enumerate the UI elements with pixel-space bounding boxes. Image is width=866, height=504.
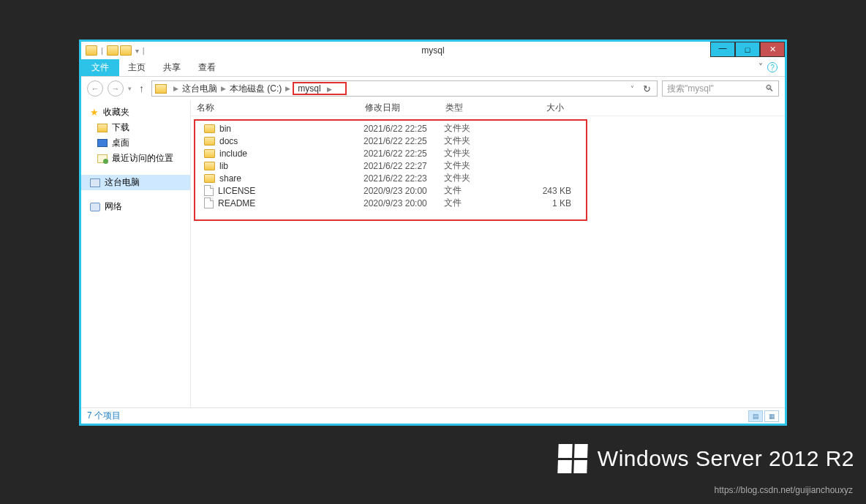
file-type: 文件夹 xyxy=(444,159,510,172)
file-size: 243 KB xyxy=(510,186,571,196)
folder-icon xyxy=(204,174,215,183)
folder-icon xyxy=(204,149,215,158)
sidebar-recent[interactable]: 最近访问的位置 xyxy=(81,151,190,166)
chevron-right-icon: ▶ xyxy=(217,85,230,92)
chevron-right-icon: ▶ xyxy=(323,86,332,93)
file-date: 2021/6/22 22:25 xyxy=(364,124,444,134)
file-row[interactable]: LICENSE2020/9/23 20:00文件243 KB xyxy=(195,184,586,197)
navigation-pane: ★ 收藏夹 下载 桌面 最近访问的位置 xyxy=(81,100,191,407)
col-name[interactable]: 名称 xyxy=(191,102,359,114)
file-row[interactable]: lib2021/6/22 22:27文件夹 xyxy=(195,159,586,172)
file-name: bin xyxy=(219,124,231,134)
os-name: Windows Server 2012 R2 xyxy=(598,446,854,471)
file-explorer-window: | ▾ | mysql — □ ✕ 文件 主页 共享 查看 ˅ ? ← → ▾ … xyxy=(79,40,787,426)
file-row[interactable]: include2021/6/22 22:25文件夹 xyxy=(195,147,586,159)
col-type[interactable]: 类型 xyxy=(440,102,505,114)
watermark: https://blog.csdn.net/guijianchouxyz xyxy=(715,485,853,495)
file-type: 文件 xyxy=(444,197,510,209)
breadcrumb-item[interactable]: 本地磁盘 (C:) xyxy=(230,83,282,95)
maximize-button[interactable]: □ xyxy=(735,42,760,57)
folder-icon xyxy=(204,162,215,170)
item-count: 7 个项目 xyxy=(87,410,121,422)
sidebar-desktop[interactable]: 桌面 xyxy=(81,135,190,151)
up-button[interactable]: ↑ xyxy=(136,83,147,94)
network-icon xyxy=(90,203,100,211)
file-tab[interactable]: 文件 xyxy=(81,59,119,76)
column-headers: 名称 修改日期 类型 大小 xyxy=(191,100,785,116)
search-input[interactable]: 搜索"mysql" 🔍︎ xyxy=(662,80,779,97)
sidebar-favorites[interactable]: ★ 收藏夹 xyxy=(81,105,190,120)
ribbon: 文件 主页 共享 查看 ˅ ? xyxy=(81,59,785,77)
view-switcher: ▤ ▦ xyxy=(748,410,779,422)
col-date[interactable]: 修改日期 xyxy=(359,102,440,114)
file-date: 2021/6/22 22:27 xyxy=(364,161,444,171)
file-date: 2020/9/23 20:00 xyxy=(364,186,444,196)
recent-icon xyxy=(97,154,108,163)
file-name: include xyxy=(219,148,247,159)
file-size: 1 KB xyxy=(510,198,571,208)
ribbon-expand-icon[interactable]: ˅ xyxy=(758,62,763,72)
chevron-right-icon: ▶ xyxy=(170,85,182,92)
file-name: lib xyxy=(219,161,228,171)
windows-logo-icon xyxy=(557,444,587,473)
breadcrumb-item[interactable]: 这台电脑 xyxy=(182,83,217,95)
file-name: docs xyxy=(219,136,238,146)
sidebar-downloads[interactable]: 下载 xyxy=(81,120,190,135)
help-icon[interactable]: ? xyxy=(767,62,777,72)
file-type: 文件夹 xyxy=(444,122,510,135)
search-icon: 🔍︎ xyxy=(765,83,774,94)
file-date: 2020/9/23 20:00 xyxy=(364,198,444,208)
file-list-highlighted: bin2021/6/22 22:25文件夹docs2021/6/22 22:25… xyxy=(194,119,587,221)
window-controls: — □ ✕ xyxy=(710,42,785,57)
folder-icon xyxy=(204,124,215,133)
history-dropdown-icon[interactable]: ▾ xyxy=(128,85,132,92)
search-placeholder: 搜索"mysql" xyxy=(667,83,714,95)
window-title: mysql xyxy=(81,45,785,56)
file-name: share xyxy=(219,173,241,184)
dropdown-icon[interactable]: ˅ xyxy=(625,85,640,93)
sidebar-network[interactable]: 网络 xyxy=(81,199,190,214)
breadcrumb[interactable]: ▶ 这台电脑 ▶ 本地磁盘 (C:) ▶ mysql ▶ ˅ ↻ xyxy=(151,80,658,97)
back-button[interactable]: ← xyxy=(87,80,103,97)
col-size[interactable]: 大小 xyxy=(505,102,571,114)
close-button[interactable]: ✕ xyxy=(760,42,785,57)
file-type: 文件夹 xyxy=(444,147,510,159)
file-date: 2021/6/22 22:25 xyxy=(364,148,444,159)
folder-icon xyxy=(155,84,167,94)
folder-icon xyxy=(97,124,108,132)
desktop-icon xyxy=(97,139,108,147)
file-date: 2021/6/22 22:23 xyxy=(364,173,444,184)
star-icon: ★ xyxy=(90,107,99,118)
file-list-area: 名称 修改日期 类型 大小 bin2021/6/22 22:25文件夹docs2… xyxy=(191,100,785,407)
folder-icon xyxy=(204,137,215,146)
file-type: 文件夹 xyxy=(444,135,510,147)
file-name: README xyxy=(218,198,255,208)
tab-share[interactable]: 共享 xyxy=(154,59,189,76)
titlebar: | ▾ | mysql — □ ✕ xyxy=(81,42,785,59)
file-icon xyxy=(204,185,214,196)
main-area: ★ 收藏夹 下载 桌面 最近访问的位置 xyxy=(81,100,785,407)
file-type: 文件夹 xyxy=(444,172,510,184)
view-details-button[interactable]: ▤ xyxy=(748,410,763,422)
file-type: 文件 xyxy=(444,184,510,197)
file-date: 2021/6/22 22:25 xyxy=(364,136,444,146)
file-icon xyxy=(204,198,214,208)
sidebar-this-pc[interactable]: 这台电脑 xyxy=(81,175,190,190)
file-row[interactable]: share2021/6/22 22:23文件夹 xyxy=(195,172,586,184)
file-row[interactable]: docs2021/6/22 22:25文件夹 xyxy=(195,135,586,147)
forward-button[interactable]: → xyxy=(108,80,124,97)
file-row[interactable]: bin2021/6/22 22:25文件夹 xyxy=(195,122,586,135)
file-name: LICENSE xyxy=(218,186,255,196)
minimize-button[interactable]: — xyxy=(710,42,735,57)
navigation-bar: ← → ▾ ↑ ▶ 这台电脑 ▶ 本地磁盘 (C:) ▶ mysql ▶ ˅ ↻… xyxy=(81,77,785,100)
statusbar: 7 个项目 ▤ ▦ xyxy=(81,407,785,424)
os-branding: Windows Server 2012 R2 xyxy=(558,444,854,473)
breadcrumb-item-highlighted[interactable]: mysql ▶ xyxy=(293,82,347,95)
tab-view[interactable]: 查看 xyxy=(189,59,225,76)
computer-icon xyxy=(90,178,100,187)
view-icons-button[interactable]: ▦ xyxy=(764,410,779,422)
refresh-icon[interactable]: ↻ xyxy=(640,83,654,94)
file-row[interactable]: README2020/9/23 20:00文件1 KB xyxy=(195,197,586,209)
tab-home[interactable]: 主页 xyxy=(119,59,154,76)
